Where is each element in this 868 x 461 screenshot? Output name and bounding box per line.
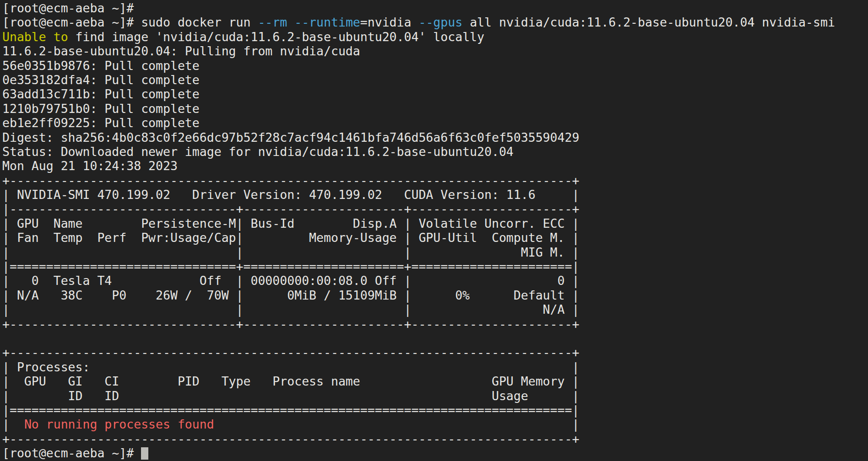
terminal-text-segment: |===============================+=======… [2,259,579,273]
pull-complete-line-2: 0e353182dfa4: Pull complete [2,73,868,87]
terminal-text-segment: find image 'nvidia/cuda:11.6.2-base-ubun… [68,30,484,44]
terminal-text-segment: | Fan Temp Perf Pwr:Usage/Cap| Memory-Us… [2,230,579,245]
terminal-text-segment: 0e353182dfa4: Pull complete [2,73,200,87]
date-line: Mon Aug 21 10:24:38 2023 [2,159,868,173]
terminal-text-segment: --rm [258,15,287,29]
terminal-text-segment: Unable to [2,30,68,44]
processes-header-row-1: | GPU GI CI PID Type Process name GPU Me… [2,374,868,388]
smi-header-separator: |-------------------------------+-------… [2,202,868,216]
terminal-text-segment: | ID ID Usage | [2,389,579,403]
terminal-text-segment: --gpus [418,15,462,29]
prompt-line-current: [root@ecm-aeba ~]# [2,446,868,460]
pull-complete-line-5: eb1e2ff09225: Pull complete [2,116,868,130]
smi-table-border-top: +---------------------------------------… [2,173,868,188]
terminal-text-segment: =nvidia [360,15,419,29]
terminal-text-segment: | 0 Tesla T4 Off | 00000000:00:08.0 Off … [2,273,579,288]
pull-complete-line-3: 63add13c711b: Pull complete [2,87,868,101]
unable-to-find-image-line: Unable to find image 'nvidia/cuda:11.6.2… [2,30,868,44]
terminal-text-segment: 11.6.2-base-ubuntu20.04: Pulling from nv… [2,44,360,58]
terminal-text-segment: |-------------------------------+-------… [2,202,579,216]
terminal-text-segment: +---------------------------------------… [2,345,579,359]
blank-line [2,331,868,345]
processes-table-border-bottom: +---------------------------------------… [2,432,868,446]
terminal-text-segment: [root@ecm-aeba ~]# [2,1,141,15]
terminal-text-segment: | [214,417,580,431]
prompt-line-empty: [root@ecm-aeba ~]# [2,1,868,15]
terminal-text-segment: +-------------------------------+-------… [2,317,579,331]
smi-column-header-row-2: | Fan Temp Perf Pwr:Usage/Cap| Memory-Us… [2,230,868,245]
smi-gpu0-row-2: | N/A 38C P0 26W / 70W | 0MiB / 15109MiB… [2,288,868,302]
smi-table-border-bottom: +-------------------------------+-------… [2,317,868,331]
command-line: [root@ecm-aeba ~]# sudo docker run --rm … [2,15,868,29]
terminal-text-segment: 56e0351b9876: Pull complete [2,59,200,73]
terminal-text-segment: | | | N/A | [2,302,579,316]
digest-line: Digest: sha256:4b0c83c0f2e66dc97b52f28c7… [2,130,868,145]
terminal-text-segment: eb1e2ff09225: Pull complete [2,116,200,130]
terminal-text-segment: | GPU GI CI PID Type Process name GPU Me… [2,374,579,388]
terminal-text-segment: +---------------------------------------… [2,173,579,188]
terminal-text-segment: Mon Aug 21 10:24:38 2023 [2,159,178,173]
terminal-text-segment: No running processes found [24,417,214,431]
smi-column-header-row-3: | | | MIG M. | [2,245,868,259]
smi-version-row: | NVIDIA-SMI 470.199.02 Driver Version: … [2,188,868,202]
terminal-text-segment: | Processes: | [2,360,579,374]
terminal-text-segment: Status: Downloaded newer image for nvidi… [2,145,514,159]
status-line: Status: Downloaded newer image for nvidi… [2,145,868,159]
terminal-text-segment: | NVIDIA-SMI 470.199.02 Driver Version: … [2,188,579,202]
processes-header-row-2: | ID ID Usage | [2,389,868,403]
terminal-text-segment: --runtime [294,15,360,29]
pull-complete-line-4: 1210b79751b0: Pull complete [2,102,868,116]
smi-header-body-separator: |===============================+=======… [2,259,868,273]
processes-table-border-top: +---------------------------------------… [2,345,868,359]
processes-title-row: | Processes: | [2,360,868,374]
terminal-text-segment: | [2,417,24,431]
terminal-text-segment: [root@ecm-aeba ~]# [2,446,141,460]
terminal-screen[interactable]: [root@ecm-aeba ~]# [root@ecm-aeba ~]# su… [0,0,868,461]
terminal-text-segment: | | | MIG M. | [2,245,579,259]
terminal-text-segment: | GPU Name Persistence-M| Bus-Id Disp.A … [2,216,579,230]
terminal-text-segment: 1210b79751b0: Pull complete [2,102,200,116]
no-processes-row: | No running processes found | [2,417,868,431]
smi-column-header-row-1: | GPU Name Persistence-M| Bus-Id Disp.A … [2,216,868,230]
terminal-text-segment: 63add13c711b: Pull complete [2,87,200,101]
terminal-text-segment: [root@ecm-aeba ~]# sudo docker run [2,15,258,29]
terminal-cursor [141,447,148,460]
terminal-text-segment: +---------------------------------------… [2,432,579,446]
pull-complete-line-1: 56e0351b9876: Pull complete [2,59,868,73]
smi-gpu0-row-3: | | | N/A | [2,302,868,316]
smi-gpu0-row-1: | 0 Tesla T4 Off | 00000000:00:08.0 Off … [2,273,868,288]
terminal-text-segment: all nvidia/cuda:11.6.2-base-ubuntu20.04 … [462,15,835,29]
processes-header-separator: |=======================================… [2,403,868,417]
terminal-text-segment: |=======================================… [2,403,579,417]
terminal-text-segment: Digest: sha256:4b0c83c0f2e66dc97b52f28c7… [2,130,579,145]
terminal-text-segment: | N/A 38C P0 26W / 70W | 0MiB / 15109MiB… [2,288,579,302]
pulling-from-line: 11.6.2-base-ubuntu20.04: Pulling from nv… [2,44,868,58]
terminal-text-segment [287,15,294,29]
